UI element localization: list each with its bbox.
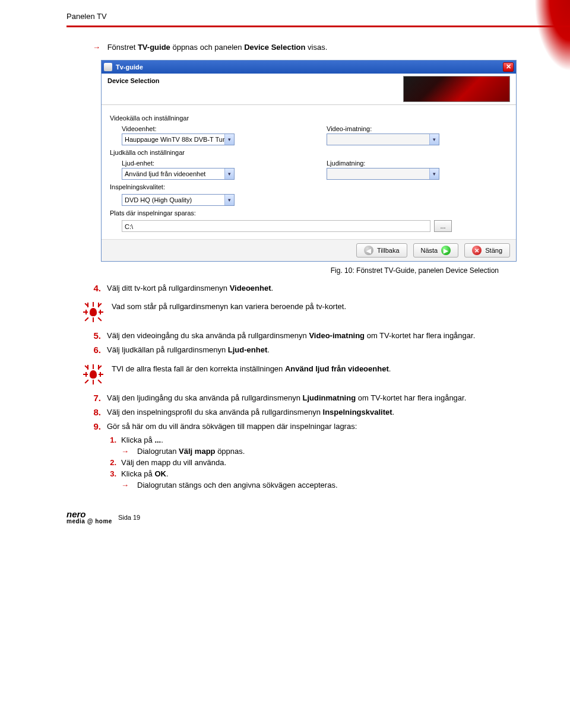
ljudenhet-label: Ljud-enhet: xyxy=(122,160,303,167)
intro-prefix: Fönstret xyxy=(107,43,138,52)
step-list: 4. Välj ditt tv-kort på rullgardinsmenyn… xyxy=(89,283,534,294)
app-icon xyxy=(104,63,112,71)
window-subtitle: Device Selection xyxy=(107,77,159,84)
step-8: 8. Välj den inspelningsprofil du ska anv… xyxy=(89,407,534,418)
intro-line: → Fönstret TV-guide öppnas och panelen D… xyxy=(93,43,534,52)
intro-bold2: Device Selection xyxy=(244,43,305,52)
figure-caption: Fig. 10: Fönstret TV-Guide, panelen Devi… xyxy=(89,266,499,275)
arrow-icon: → xyxy=(121,481,129,489)
lightbulb-icon xyxy=(83,302,103,322)
ljudimatning-combo[interactable]: ▾ xyxy=(327,168,439,180)
next-label: Nästa xyxy=(421,247,438,254)
ljudenhet-value: Använd ljud från videoenhet xyxy=(122,170,224,177)
hero-image xyxy=(403,76,510,102)
tv-guide-window: Tv-guide ✕ Device Selection Videokälla o… xyxy=(101,60,517,262)
plats-input[interactable]: C:\ xyxy=(122,220,430,232)
videoimatning-combo[interactable]: ▾ xyxy=(327,133,439,145)
step-number: 4. xyxy=(89,283,107,294)
back-label: Tillbaka xyxy=(377,247,400,254)
button-bar: ◀ Tillbaka Nästa ▶ ✕ Stäng xyxy=(102,239,516,261)
videoenhet-label: Videoenhet: xyxy=(122,125,303,132)
close-button[interactable]: ✕ Stäng xyxy=(464,243,510,257)
step-7: 7. Välj den ljudingång du ska använda på… xyxy=(89,393,534,403)
inspelning-label: Inspelningskvalitet: xyxy=(110,183,508,190)
tip-2-text: TVI de allra flesta fall är den korrekta… xyxy=(112,364,391,373)
ljudimatning-label: Ljudimatning: xyxy=(327,160,508,167)
chevron-down-icon: ▾ xyxy=(429,169,439,179)
group-audio-title: Ljudkälla och inställningar xyxy=(110,149,508,156)
chevron-down-icon: ▾ xyxy=(224,195,234,205)
intro-bold1: TV-guide xyxy=(138,43,170,52)
window-title: Tv-guide xyxy=(116,63,143,71)
close-icon: ✕ xyxy=(472,246,482,255)
step-5: 5. Välj den videoingång du ska använda p… xyxy=(89,330,534,341)
intro-suffix: visas. xyxy=(305,43,327,52)
plats-label: Plats där inspelningar sparas: xyxy=(110,209,508,217)
group-video-title: Videokälla och inställningar xyxy=(110,115,508,122)
chevron-down-icon: ▾ xyxy=(224,169,234,179)
arrow-icon: → xyxy=(93,43,100,52)
next-button[interactable]: Nästa ▶ xyxy=(413,243,459,257)
lightbulb-icon xyxy=(83,364,103,384)
step-6: 6. Välj ljudkällan på rullgardinsmenyn L… xyxy=(89,345,534,355)
inspelning-combo[interactable]: DVD HQ (High Quality) ▾ xyxy=(122,194,235,206)
step-9: 9. Gör så här om du vill ändra sökvägen … xyxy=(89,421,534,432)
step-9-2: 2. Välj den mapp du vill använda. xyxy=(107,458,534,467)
close-label: Stäng xyxy=(485,247,502,254)
intro-mid: öppnas och panelen xyxy=(170,43,244,52)
tip-2: TVI de allra flesta fall är den korrekta… xyxy=(83,364,534,384)
videoenhet-value: Hauppauge WinTV 88x DVB-T Tune xyxy=(122,136,224,143)
next-icon: ▶ xyxy=(441,246,451,255)
step-9-1: 1. Klicka på .... xyxy=(107,435,534,444)
header-rule xyxy=(66,26,570,27)
videoenhet-combo[interactable]: Hauppauge WinTV 88x DVB-T Tune ▾ xyxy=(122,133,235,145)
nero-logo: nero media @ home xyxy=(66,510,112,524)
header-title: Panelen TV xyxy=(66,12,570,21)
panel-body: Videokälla och inställningar Videoenhet:… xyxy=(102,105,516,239)
tip-1-text: Vad som står på rullgardinsmenyn kan var… xyxy=(112,302,346,311)
step-9-3: 3. Klicka på OK. xyxy=(107,469,534,478)
page-header: Panelen TV xyxy=(0,0,570,27)
back-icon: ◀ xyxy=(364,246,373,255)
arrow-icon: → xyxy=(121,447,129,456)
page-content: → Fönstret TV-guide öppnas och panelen D… xyxy=(0,27,570,504)
step-9-1-result: → Dialogrutan Välj mapp öppnas. xyxy=(121,447,534,456)
ljudenhet-combo[interactable]: Använd ljud från videoenhet ▾ xyxy=(122,168,235,180)
window-close-button[interactable]: ✕ xyxy=(503,62,514,72)
page-footer: nero media @ home Sida 19 xyxy=(0,504,570,536)
videoimatning-label: Video-imatning: xyxy=(327,125,508,132)
tip-1: Vad som står på rullgardinsmenyn kan var… xyxy=(83,302,534,322)
back-button[interactable]: ◀ Tillbaka xyxy=(356,243,407,257)
inspelning-value: DVD HQ (High Quality) xyxy=(122,196,224,204)
window-titlebar: Tv-guide ✕ xyxy=(102,61,516,74)
window-subheader: Device Selection xyxy=(102,74,516,105)
step-4: 4. Välj ditt tv-kort på rullgardinsmenyn… xyxy=(89,283,534,294)
chevron-down-icon: ▾ xyxy=(429,134,439,145)
browse-button[interactable]: ... xyxy=(434,220,452,232)
step-9-3-result: → Dialogrutan stängs och den angivna sök… xyxy=(121,481,534,489)
page-number: Sida 19 xyxy=(118,514,140,521)
chevron-down-icon: ▾ xyxy=(224,134,234,145)
